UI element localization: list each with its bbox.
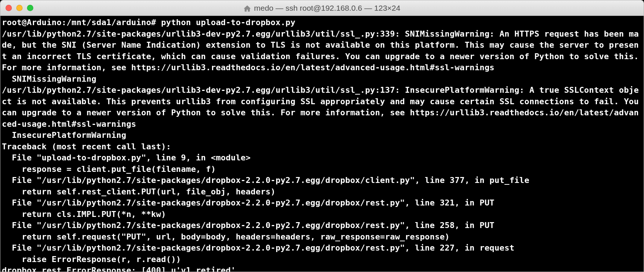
terminal-line: return cls.IMPL.PUT(*n, **kw) (2, 209, 642, 220)
home-icon (244, 5, 251, 11)
terminal-line: /usr/lib/python2.7/site-packages/urllib3… (2, 85, 642, 130)
zoom-icon[interactable] (27, 5, 33, 11)
terminal-line: File "/usr/lib/python2.7/site-packages/d… (2, 197, 642, 209)
terminal-line: return self.rest_client.PUT(url, file_ob… (2, 186, 642, 198)
terminal-output[interactable]: root@Arduino:/mnt/sda1/arduino# python u… (0, 16, 644, 272)
terminal-line: Traceback (most recent call last): (2, 141, 642, 153)
terminal-line: root@Arduino:/mnt/sda1/arduino# python u… (2, 17, 642, 28)
terminal-line: File "/usr/lib/python2.7/site-packages/d… (2, 220, 642, 231)
terminal-line: raise ErrorResponse(r, r.read()) (2, 254, 642, 265)
terminal-line: File "upload-to-dropbox.py", line 9, in … (2, 152, 642, 164)
terminal-line: dropbox.rest.ErrorResponse: [400] u'v1_r… (2, 265, 642, 272)
terminal-window: medo — ssh root@192.168.0.6 — 123×24 roo… (0, 0, 644, 272)
terminal-line: File "/usr/lib/python2.7/site-packages/d… (2, 242, 642, 254)
terminal-line: response = client.put_file(filename, f) (2, 164, 642, 175)
titlebar[interactable]: medo — ssh root@192.168.0.6 — 123×24 (0, 0, 644, 16)
window-title: medo — ssh root@192.168.0.6 — 123×24 (254, 4, 400, 13)
minimize-icon[interactable] (16, 5, 23, 11)
terminal-line: InsecurePlatformWarning (2, 130, 642, 141)
terminal-line: return self.request("PUT", url, body=bod… (2, 231, 642, 243)
terminal-line: /usr/lib/python2.7/site-packages/urllib3… (2, 28, 642, 74)
window-title-wrap: medo — ssh root@192.168.0.6 — 123×24 (0, 4, 644, 13)
terminal-line: SNIMissingWarning (2, 74, 642, 85)
window-controls (6, 5, 33, 11)
close-icon[interactable] (6, 5, 12, 11)
terminal-line: File "/usr/lib/python2.7/site-packages/d… (2, 175, 642, 186)
